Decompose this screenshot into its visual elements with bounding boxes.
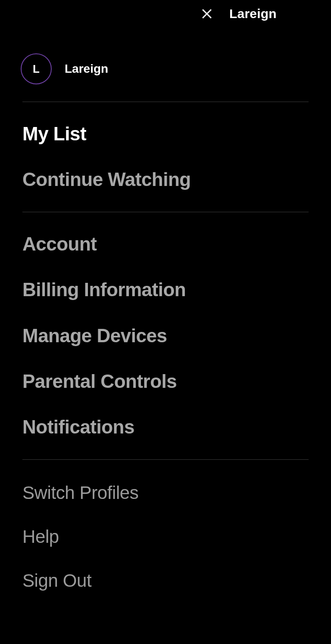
menu-item-help[interactable]: Help bbox=[22, 527, 309, 547]
menu-item-notifications[interactable]: Notifications bbox=[22, 417, 309, 437]
menu-container: My List Continue Watching Account Billin… bbox=[0, 102, 331, 612]
profile-name: Lareign bbox=[65, 62, 108, 76]
close-button[interactable] bbox=[198, 5, 215, 22]
top-bar: Lareign bbox=[0, 0, 331, 28]
menu-section-primary: My List Continue Watching bbox=[22, 102, 309, 212]
menu-item-my-list[interactable]: My List bbox=[22, 124, 309, 144]
menu-item-billing[interactable]: Billing Information bbox=[22, 279, 309, 300]
close-icon bbox=[200, 6, 214, 21]
menu-item-account[interactable]: Account bbox=[22, 234, 309, 254]
menu-item-manage-devices[interactable]: Manage Devices bbox=[22, 325, 309, 346]
menu-item-parental-controls[interactable]: Parental Controls bbox=[22, 371, 309, 392]
avatar-initial: L bbox=[33, 62, 40, 76]
menu-section-account: Account Billing Information Manage Devic… bbox=[22, 212, 309, 459]
menu-item-switch-profiles[interactable]: Switch Profiles bbox=[22, 483, 309, 503]
menu-item-continue-watching[interactable]: Continue Watching bbox=[22, 169, 309, 190]
header-profile-name[interactable]: Lareign bbox=[229, 6, 277, 21]
menu-section-secondary: Switch Profiles Help Sign Out bbox=[22, 460, 309, 613]
menu-item-sign-out[interactable]: Sign Out bbox=[22, 571, 309, 591]
profile-row[interactable]: L Lareign bbox=[0, 28, 331, 102]
avatar: L bbox=[21, 53, 52, 84]
